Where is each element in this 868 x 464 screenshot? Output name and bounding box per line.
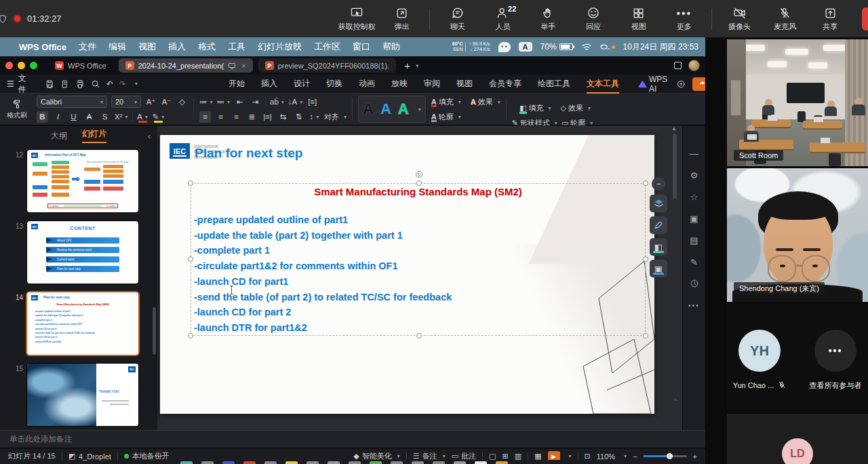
beautify-icon[interactable]: ▤ [690,235,698,246]
video-tile-scott-room[interactable]: Scott Room [727,39,868,166]
ribbon-tab-transition[interactable]: 切换 [326,75,342,92]
new-tab-button[interactable]: + [404,60,410,71]
menu-window[interactable]: 窗口 [353,41,370,53]
ribbon-tab-animation[interactable]: 动画 [359,75,375,92]
resize-handle-nw[interactable] [188,180,193,186]
menu-insert[interactable]: 插入 [168,41,186,53]
clear-format-icon[interactable]: ◇ [176,96,188,108]
zoom-in-button[interactable]: + [693,452,697,461]
view-button[interactable]: 视图 [618,6,660,32]
slide-thumbnail-14-selected[interactable]: IEC Plan for next step Smart Manufacturi… [27,292,138,355]
print-preview-icon[interactable] [91,79,100,89]
menu-tools[interactable]: 工具 [228,41,245,53]
slide-thumbnail-13[interactable]: IEC CONTENT About OF1 Review the previou… [27,221,138,284]
ribbon-tab-text-tools[interactable]: 文本工具 [587,75,619,92]
ribbon-tab-member[interactable]: 会员专享 [489,75,521,92]
align-left-icon[interactable]: ≡ [199,111,211,123]
resize-handle-se[interactable] [643,333,648,339]
close-window-button[interactable] [5,62,13,69]
microphone-button[interactable]: 麦克风 [764,6,806,32]
resize-handle-sw[interactable] [188,333,193,339]
text-outline-button[interactable]: A轮廓▾ [431,112,461,122]
tab-outline[interactable]: 大纲 [51,130,67,142]
menu-help[interactable]: 帮助 [382,41,400,53]
zoom-out-button[interactable]: − [633,452,637,461]
redo-icon[interactable]: ↷ [119,79,126,89]
quick-style-pen-button[interactable] [650,216,667,234]
layers-icon[interactable]: ▣ [690,214,698,224]
favorites-icon[interactable]: ☆ [690,192,698,202]
highlight-color-button[interactable]: ✎▾ [153,111,165,123]
more-tools-icon[interactable]: ••• [688,302,700,309]
tab-list-caret[interactable]: ▾ [416,62,419,69]
layer-order-button[interactable] [650,195,667,212]
frame-style-button[interactable]: ▣ [650,260,667,277]
cloud-sync-icon[interactable] [677,79,686,90]
column-spacing-icon[interactable]: ⇆ [277,111,289,123]
quick-access-caret[interactable]: ▾ [135,81,138,87]
menu-file[interactable]: 文件 [79,41,96,53]
resize-handle-n[interactable] [416,180,422,186]
maximize-window-button[interactable] [30,62,37,69]
resize-handle-e[interactable] [643,256,648,262]
menu-slideshow[interactable]: 幻灯片放映 [258,41,302,53]
canvas-scrollbar[interactable] [673,134,677,199]
theme-button[interactable]: ◩ 4_Droplet [68,452,111,461]
view-all-participants-button[interactable]: ••• 查看所有参与者 [806,330,865,391]
text-effect-button[interactable]: A效果▾ [471,97,500,107]
take-control-button[interactable]: 获取控制权 [336,6,378,32]
slide-thumbnail-15[interactable]: IEC THANK YOU [27,364,138,426]
bullet-list-button[interactable]: ≔▾ [199,96,213,108]
ribbon-tab-view[interactable]: 视图 [456,75,473,92]
line-spacing-button[interactable]: ↕▾ [309,111,320,123]
save-icon[interactable] [45,79,54,89]
tab-slides[interactable]: 幻灯片 [82,128,106,143]
macos-dock-sliver[interactable] [170,460,712,464]
text-style-outline[interactable]: A [398,102,409,117]
text-style-blue[interactable]: A [380,102,391,117]
underline-button[interactable]: U [68,111,79,123]
minimize-window-button[interactable] [18,62,25,69]
ribbon-tab-insert[interactable]: 插入 [261,75,277,92]
camera-button[interactable]: 摄像头 [719,6,760,32]
undo-icon[interactable]: ↶ [106,79,113,89]
superscript-button[interactable]: X²▾ [115,111,128,123]
numbered-list-button[interactable]: ≕▾ [217,96,231,108]
menu-edit[interactable]: 编辑 [108,41,126,53]
video-tile-ld[interactable]: LD [727,414,868,464]
menu-format[interactable]: 格式 [198,41,216,53]
input-method-badge[interactable]: A [519,42,532,52]
reaction-button[interactable]: 回应 [573,6,614,32]
ribbon-tab-review[interactable]: 审阅 [424,75,440,92]
restore-window-icon[interactable] [674,62,682,69]
close-tab-icon[interactable]: × [241,62,245,70]
ribbon-tab-drawing-tools[interactable]: 绘图工具 [538,75,570,92]
text-fill-button[interactable]: A填充▾ [431,97,461,107]
scroll-up-icon[interactable]: ▲ [671,125,677,132]
wechat-icon[interactable] [498,42,511,52]
text-direction-button[interactable]: ab̄▾ [270,96,284,108]
slide-thumbnail-12[interactable]: IEC Information Part of OF1 Map New Info… [27,150,138,212]
notes-bar[interactable]: 单击此处添加备注 [0,430,705,448]
collapse-panel-icon[interactable]: — [690,149,698,159]
strikethrough-button[interactable]: A [83,111,95,123]
raise-hand-button[interactable]: 举手 [528,6,569,32]
decrease-indent-icon[interactable]: ⇤ [234,96,245,108]
text-rotate-button[interactable]: ↓A▾ [288,96,302,108]
collapse-tools-button[interactable]: − [652,177,665,191]
macos-clock[interactable]: 10月24日 周四 23:53 [623,41,698,53]
decrease-font-icon[interactable]: A⁻ [161,96,172,108]
account-avatar[interactable] [688,60,700,71]
wps-ai-button[interactable]: WPS AI [638,75,667,94]
tab-wps-home[interactable]: W WPS Office [48,58,113,73]
increase-font-icon[interactable]: A⁺ [145,96,157,108]
format-painter-button[interactable]: 格式刷 [7,99,31,120]
shadow-button[interactable]: S [99,111,111,123]
device-status-icon[interactable] [600,43,615,51]
bold-button[interactable]: B [37,111,48,123]
font-family-select[interactable]: Calibri▾ [37,96,107,108]
justify-icon[interactable]: ≣ [246,111,258,123]
participant-yun-chao[interactable]: YH Yun Chao ... [730,330,789,391]
fill-color-button[interactable]: ◧ [650,238,667,256]
zoom-level[interactable]: 110% [597,452,615,461]
